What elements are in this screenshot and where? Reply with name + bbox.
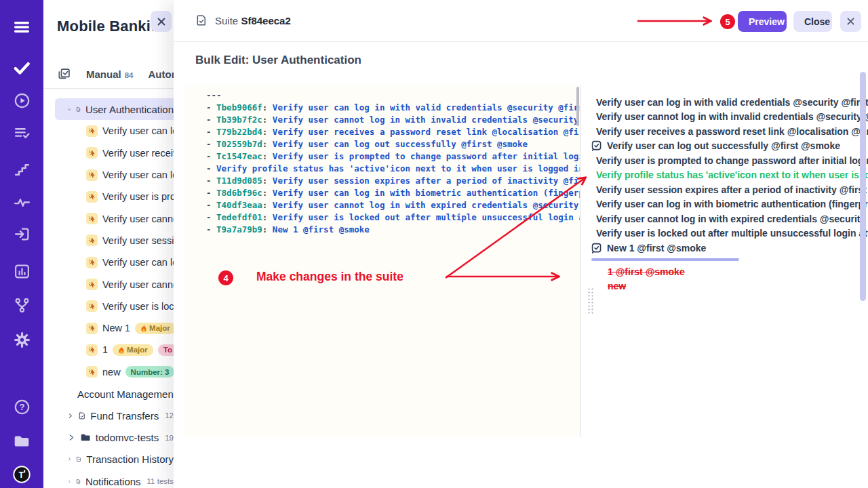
annotation-step-4-text: Make changes in the suite — [256, 270, 403, 284]
code-line: - T11d9d085: Verify user session expires… — [206, 175, 580, 187]
preview-item-text: Verify profile status has 'active'icon n… — [596, 169, 868, 180]
suite-doc-icon — [195, 14, 208, 26]
pulse-icon[interactable] — [13, 193, 31, 211]
steps-icon[interactable] — [13, 161, 31, 178]
menu-icon[interactable] — [13, 18, 31, 36]
close-button[interactable]: Close — [793, 11, 832, 32]
branches-icon[interactable] — [13, 296, 31, 314]
view-tabs: Manual84 Automated — [43, 60, 174, 89]
preview-item-text: New 1 @first @smoke — [607, 243, 706, 253]
preview-item: Verify user cannot log in with expired c… — [591, 211, 868, 226]
automated-test-icon — [86, 169, 98, 181]
test-checkbox-icon — [591, 140, 602, 151]
flame-icon — [140, 325, 147, 332]
preview-item-text: Verify user cannot log in with invalid c… — [596, 111, 868, 122]
code-line: - T79b22bd4: Verify user receives a pass… — [206, 126, 580, 138]
tree-test-label: Verify user is locked out after multiple… — [102, 301, 174, 312]
preview-button[interactable]: Preview — [738, 11, 787, 32]
tree-test-row[interactable]: New 1Major — [55, 317, 174, 339]
code-line: - T40df3eaa: Verify user cannot log in w… — [206, 199, 580, 211]
preview-item: Verify user is prompted to change passwo… — [591, 153, 868, 168]
automated-test-icon — [86, 300, 98, 312]
bulk-select-icon[interactable] — [57, 67, 71, 81]
projects-folder-icon[interactable] — [13, 432, 31, 450]
tree-suite-row[interactable]: Notifications11 tests — [55, 470, 174, 488]
preview-item: Verify user can log in with valid creden… — [591, 95, 868, 110]
automated-test-icon — [86, 344, 98, 356]
analytics-chart-icon[interactable] — [13, 262, 31, 280]
tree-test-label: Verify user can log in with biometric au… — [102, 257, 174, 268]
tree-test-row[interactable]: Verify user can log in with biometric au… — [55, 251, 174, 273]
tab-manual[interactable]: Manual84 — [86, 68, 133, 80]
preview-item: Verify user is locked out after multiple… — [591, 226, 868, 241]
tree-test-row[interactable]: Verify user session expires after a peri… — [55, 230, 174, 251]
tree-test-label: Verify user cannot log in with invalid c… — [102, 214, 174, 224]
chevron-right-icon — [68, 455, 71, 463]
automated-test-icon — [86, 366, 98, 378]
preview-item-text: Verify user cannot log in with expired c… — [596, 214, 868, 224]
preview-item-removed: 1 @first @smoke — [591, 265, 868, 279]
bulk-edit-code-editor[interactable]: ---- Tbeb9066f: Verify user can log in w… — [184, 85, 580, 437]
suite-tree: User AuthenticationVerify user can log i… — [43, 98, 174, 488]
editor-scrollbar-thumb[interactable] — [576, 87, 579, 126]
flame-icon — [118, 346, 125, 354]
tree-test-row[interactable]: 1MajorTo — [55, 339, 174, 361]
tree-test-label: Verify user receives a password reset li… — [102, 148, 174, 159]
app-logo[interactable]: T — [13, 466, 31, 483]
help-icon[interactable]: ? — [13, 398, 31, 415]
chevron-right-icon — [68, 412, 73, 420]
automated-test-icon — [86, 323, 98, 334]
preview-pane: Verify user can log in with valid creden… — [591, 95, 868, 488]
tree-test-label: Verify user can log out successfully — [102, 169, 174, 180]
tree-test-label: Verify user is prompted to change passwo… — [102, 191, 174, 202]
preview-divider — [591, 258, 739, 261]
tree-test-row[interactable]: newNumber: 3 — [55, 361, 174, 383]
preview-item-text: Verify user session expires after a peri… — [596, 184, 868, 195]
code-line: - Tb39b7f2c: Verify user cannot log in w… — [206, 114, 580, 126]
tree-suite-label: todomvc-tests — [96, 432, 159, 443]
preview-test-list: Verify user can log in with valid creden… — [591, 95, 868, 293]
tree-test-label: new — [102, 367, 121, 378]
preview-scrollbar[interactable] — [860, 72, 866, 301]
code-line: --- — [206, 89, 580, 102]
tree-test-row[interactable]: Verify user is prompted to change passwo… — [55, 186, 174, 207]
project-panel: Mobile Banking App Manual84 Automated Us… — [43, 0, 174, 488]
chevron-right-icon — [68, 434, 75, 441]
suite-doc-icon — [76, 476, 81, 487]
svg-text:T: T — [19, 470, 24, 480]
import-login-icon[interactable] — [13, 225, 31, 243]
tree-suite-row[interactable]: todomvc-tests19 — [55, 426, 174, 448]
tree-suite-label: Account Management — [77, 388, 174, 400]
automated-test-icon — [86, 191, 98, 203]
tree-test-row[interactable]: Verify user cannot log in with invalid c… — [55, 207, 174, 229]
plans-list-check-icon[interactable] — [13, 124, 31, 142]
tests-check-icon[interactable] — [13, 59, 31, 77]
suite-test-count: 11 tests — [147, 477, 174, 485]
automated-test-icon — [86, 125, 98, 137]
suite-test-count: 19 — [165, 434, 174, 442]
preview-item: Verify user can log out successfully @fi… — [591, 139, 868, 154]
suite-test-count: 12 — [165, 411, 174, 420]
tree-test-row[interactable]: Verify user cannot log in with expired c… — [55, 273, 174, 295]
modal-suite-breadcrumb: Suite Sf84eeca2 — [195, 14, 291, 26]
folder-icon — [80, 432, 91, 443]
tree-suite-row[interactable]: Fund Transfers12 — [55, 405, 174, 426]
preview-item-text: Verify user is prompted to change passwo… — [596, 155, 868, 166]
tree-suite-row[interactable]: Transaction History — [55, 449, 174, 470]
tree-suite-row[interactable]: Account Management — [55, 383, 174, 405]
preview-item-removed: new — [591, 279, 868, 293]
code-line: - Verify profile status has 'active'icon… — [206, 163, 580, 175]
runs-play-icon[interactable] — [13, 92, 31, 109]
tree-test-row[interactable]: Verify user can log out successfully — [55, 164, 174, 186]
tree-test-row[interactable]: Verify user can log in with valid creden… — [55, 120, 174, 142]
settings-gear-icon[interactable] — [13, 331, 31, 348]
annotation-step-4: 4 — [218, 270, 233, 285]
panel-close-button[interactable] — [151, 11, 172, 32]
tab-automated[interactable]: Automated — [148, 68, 174, 80]
close-x-button[interactable] — [840, 11, 861, 32]
tree-test-row[interactable]: Verify user is locked out after multiple… — [55, 296, 174, 317]
svg-text:?: ? — [19, 402, 24, 412]
tree-test-row[interactable]: Verify user receives a password reset li… — [55, 142, 174, 164]
tree-suite-row[interactable]: User Authentication — [55, 98, 174, 120]
preview-item-text: Verify user can log in with biometric au… — [596, 199, 868, 209]
